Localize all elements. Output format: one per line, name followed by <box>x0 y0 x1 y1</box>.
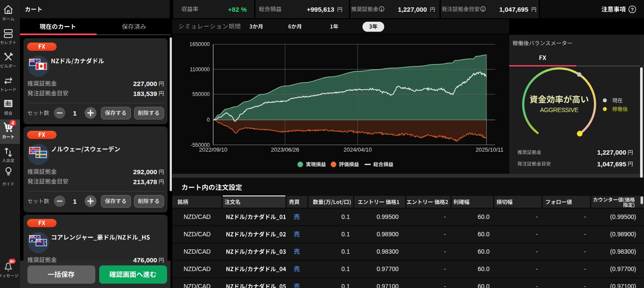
svg-text:2023/06/26: 2023/06/26 <box>271 146 299 153</box>
svg-text:2024/04/10: 2024/04/10 <box>343 146 372 153</box>
svg-text:476,000: 476,000 <box>133 256 157 264</box>
svg-text:+995,613: +995,613 <box>307 6 334 13</box>
svg-text:0.98900: 0.98900 <box>376 231 399 238</box>
svg-text:1,227,000: 1,227,000 <box>398 6 427 13</box>
svg-text:-: - <box>444 231 446 238</box>
svg-text:60.0: 60.0 <box>478 265 490 272</box>
svg-text:60.0: 60.0 <box>478 231 490 238</box>
svg-text:9+: 9+ <box>10 259 14 264</box>
svg-text:NZD/CAD: NZD/CAD <box>184 283 211 288</box>
svg-text:1,227,000: 1,227,000 <box>597 149 626 156</box>
svg-text:0.1: 0.1 <box>342 231 350 238</box>
svg-text:(0.97100): (0.97100) <box>610 283 636 288</box>
svg-text:?: ? <box>631 7 634 12</box>
svg-text:4: 4 <box>12 121 14 126</box>
svg-text:0.1: 0.1 <box>342 248 350 255</box>
svg-text:(0.99500): (0.99500) <box>610 213 636 220</box>
svg-text:+82 %: +82 % <box>228 6 247 13</box>
svg-text:0.98300: 0.98300 <box>376 248 399 255</box>
svg-text:-: - <box>536 283 538 288</box>
svg-text:1,047,695: 1,047,695 <box>499 6 528 13</box>
svg-text:-: - <box>536 265 538 272</box>
svg-text:NZD/CAD: NZD/CAD <box>184 231 211 238</box>
svg-text:227,000: 227,000 <box>133 80 157 87</box>
svg-text:AGGRESSIVE: AGGRESSIVE <box>540 106 578 113</box>
svg-text:(0.97700): (0.97700) <box>610 265 636 272</box>
svg-text:(0.98300): (0.98300) <box>610 248 636 255</box>
svg-text:60.0: 60.0 <box>478 248 490 255</box>
svg-text:-: - <box>444 265 446 272</box>
svg-text:-: - <box>444 213 446 220</box>
svg-text:0: 0 <box>207 117 210 123</box>
svg-text:183,539: 183,539 <box>133 90 157 97</box>
svg-text:0.1: 0.1 <box>342 265 350 272</box>
svg-text:-: - <box>536 213 538 220</box>
svg-text:2022/09/10: 2022/09/10 <box>199 146 227 153</box>
svg-text:-: - <box>584 231 586 238</box>
svg-text:0.97700: 0.97700 <box>376 265 399 272</box>
svg-text:-: - <box>584 213 586 220</box>
svg-text:0.97100: 0.97100 <box>376 283 399 288</box>
svg-text:1100000: 1100000 <box>190 66 210 73</box>
svg-text:0.1: 0.1 <box>342 213 350 220</box>
svg-text:-: - <box>444 248 446 255</box>
svg-text:0.99500: 0.99500 <box>376 213 399 220</box>
svg-text:0.1: 0.1 <box>342 283 350 288</box>
svg-text:NZD/CAD: NZD/CAD <box>184 248 211 255</box>
svg-text:2025/10/11: 2025/10/11 <box>476 146 503 153</box>
svg-text:(0.98900): (0.98900) <box>610 231 636 238</box>
svg-text:60.0: 60.0 <box>478 283 490 288</box>
svg-text:550000: 550000 <box>192 91 210 97</box>
svg-text:-: - <box>444 283 446 288</box>
svg-text:-: - <box>536 248 538 255</box>
svg-text:-: - <box>584 283 586 288</box>
svg-text:-: - <box>536 231 538 238</box>
svg-text:-: - <box>584 265 586 272</box>
svg-text:1: 1 <box>73 109 77 117</box>
svg-text:NZD/CAD: NZD/CAD <box>184 265 211 272</box>
svg-text:1650000: 1650000 <box>189 41 210 47</box>
svg-text:1,047,695: 1,047,695 <box>597 160 626 168</box>
svg-text:1: 1 <box>73 198 77 205</box>
svg-text:213,478: 213,478 <box>133 178 157 185</box>
svg-text:292,000: 292,000 <box>133 168 157 175</box>
svg-text:60.0: 60.0 <box>478 213 490 220</box>
svg-text:-: - <box>584 248 586 255</box>
svg-text:NZD/CAD: NZD/CAD <box>184 213 211 220</box>
